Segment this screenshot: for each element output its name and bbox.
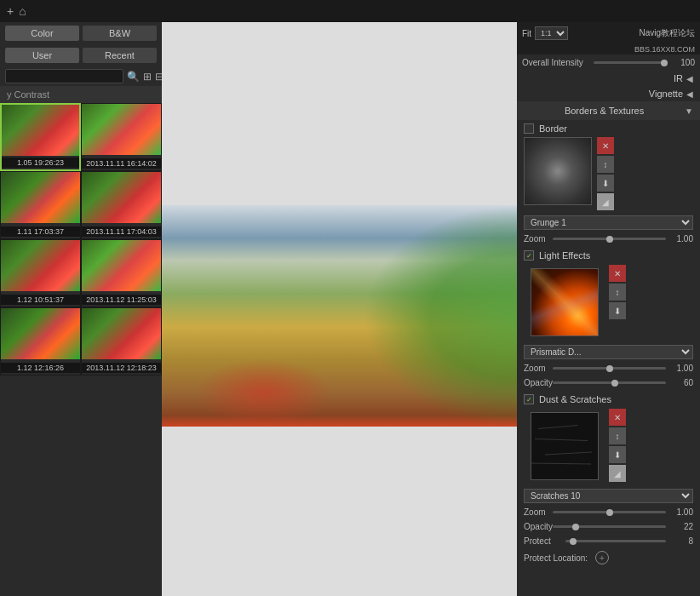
list-item[interactable]: 2013.11.11 16:14:02 — [81, 103, 162, 171]
protect-location-label: Protect Location: — [524, 553, 592, 563]
border-checkbox[interactable] — [524, 123, 534, 134]
dust-scratches-checkbox[interactable] — [524, 394, 534, 404]
light-effects-preview — [531, 268, 599, 336]
light-effects-header[interactable]: Light Effects — [517, 246, 700, 265]
scratch-1 — [538, 425, 578, 429]
thumb-row-1: 1.05 19:26:23 2013.11.11 16:14:02 — [0, 103, 162, 171]
border-zoom-slider[interactable] — [553, 238, 666, 240]
borders-textures-section: Borders & Textures ▼ Border ✕ ↕ ⬇ ◢ — [517, 101, 700, 246]
light-move-down-button[interactable]: ⬇ — [609, 302, 626, 319]
border-preview-wrapper: ✕ ↕ ⬇ ◢ — [517, 137, 700, 214]
list-item[interactable]: 1.11 17:03:37 — [0, 171, 81, 239]
light-zoom-slider[interactable] — [553, 367, 666, 370]
scratch-3 — [545, 451, 592, 455]
bokeh-green-overlay — [364, 205, 517, 427]
borders-textures-header[interactable]: Borders & Textures ▼ — [517, 101, 700, 120]
right-top-bar: Fit 1:1 1:2 Navig教程论坛 — [517, 22, 700, 44]
scratches-move-up-button[interactable]: ↕ — [609, 427, 626, 444]
thumb-image — [2, 105, 79, 156]
thumb-label: 2013.11.11 16:14:02 — [82, 158, 161, 169]
dust-zoom-slider[interactable] — [553, 511, 666, 513]
dust-scratches-header[interactable]: Dust & Scratches — [517, 390, 700, 409]
thumb-row-3: 1.12 10:51:37 2013.11.12 11:25:03 — [0, 239, 162, 307]
light-effects-section: Light Effects ✕ ↕ ⬇ Prismatic D... Zoom — [517, 246, 700, 390]
light-effects-checkbox[interactable] — [524, 250, 534, 261]
light-move-up-button[interactable]: ↕ — [609, 284, 626, 301]
dust-zoom-value: 1.00 — [669, 507, 693, 517]
tab-user[interactable]: User — [5, 48, 79, 63]
vignette-collapse-icon[interactable]: ◀ — [686, 89, 693, 99]
light-zoom-value: 1.00 — [669, 364, 693, 373]
scratches-dropdown[interactable]: Scratches 10 — [524, 489, 693, 503]
border-delete-button[interactable]: ✕ — [597, 137, 614, 154]
light-preview-row: ✕ ↕ ⬇ — [517, 265, 700, 343]
light-delete-button[interactable]: ✕ — [609, 265, 626, 282]
left-panel: Color B&W User Recent 🔍 ⊞ ⊟ y Contrast 1… — [0, 22, 162, 596]
list-item[interactable]: 2013.11.11 17:04:03 — [81, 171, 162, 239]
protect-slider[interactable] — [565, 540, 666, 542]
thumb-label: 1.11 17:03:37 — [1, 226, 80, 237]
scratches-move-down-button[interactable]: ⬇ — [609, 446, 626, 463]
thumb-row-2: 1.11 17:03:37 2013.11.11 17:04:03 — [0, 171, 162, 239]
list-item[interactable]: 1.05 19:26:23 — [0, 103, 81, 171]
protect-location-target[interactable] — [595, 551, 609, 564]
user-recent-tabs: User Recent — [0, 44, 162, 66]
search-input[interactable] — [5, 69, 123, 83]
dust-zoom-row: Zoom 1.00 — [517, 505, 700, 519]
ir-collapse-icon[interactable]: ◀ — [686, 74, 693, 83]
dust-scratches-label: Dust & Scratches — [539, 394, 693, 404]
thumbnails-grid: 1.05 19:26:23 2013.11.11 16:14:02 1.11 1… — [0, 103, 162, 596]
dust-scratches-section: Dust & Scratches ✕ ↕ ⬇ ◢ Scratc — [517, 390, 700, 567]
list-item[interactable]: 2013.11.12 12:18:23 — [81, 307, 162, 375]
tab-bw[interactable]: B&W — [83, 26, 157, 41]
grid-toggle-button[interactable]: ⊞ — [143, 71, 152, 83]
dust-opacity-row: Opacity 22 — [517, 519, 700, 534]
thumb-label: 1.05 19:26:23 — [2, 158, 79, 168]
list-item[interactable]: 1.12 10:51:37 — [0, 239, 81, 307]
thumb-row-4: 1.12 12:16:26 2013.11.12 12:18:23 — [0, 307, 162, 375]
grunge-dropdown-row: Grunge 1 — [517, 214, 700, 232]
thumb-image — [82, 308, 161, 359]
bokeh-red-overlay — [196, 358, 332, 427]
light-opacity-value: 60 — [669, 378, 693, 387]
add-icon[interactable]: + — [7, 4, 14, 18]
thumb-label: 2013.11.12 11:25:03 — [82, 295, 161, 305]
website-label: BBS.16XX8.COM — [517, 44, 700, 54]
dust-opacity-slider[interactable] — [553, 525, 666, 528]
light-opacity-slider[interactable] — [553, 381, 666, 384]
protect-row: Protect 8 — [517, 534, 700, 548]
list-item[interactable]: 1.12 12:16:26 — [0, 307, 81, 375]
border-texture-preview — [524, 137, 592, 205]
border-move-down-button[interactable]: ⬇ — [597, 175, 614, 192]
border-preview-container — [524, 137, 592, 205]
scratches-dropdown-row: Scratches 10 — [517, 487, 700, 505]
ir-row: IR ◀ — [517, 71, 700, 86]
dust-zoom-label: Zoom — [524, 507, 549, 517]
canvas-bottom-white — [162, 427, 517, 596]
grunge-dropdown[interactable]: Grunge 1 — [524, 215, 693, 230]
border-zoom-label: Zoom — [524, 234, 549, 244]
borders-collapse-icon[interactable]: ▼ — [685, 106, 693, 116]
scratches-preview-row: ✕ ↕ ⬇ ◢ — [517, 409, 700, 487]
right-panel: Fit 1:1 1:2 Navig教程论坛 BBS.16XX8.COM Over… — [517, 22, 700, 596]
scratches-side-buttons: ✕ ↕ ⬇ ◢ — [609, 409, 626, 482]
list-item[interactable]: 2013.11.12 11:25:03 — [81, 239, 162, 307]
scratches-delete-button[interactable]: ✕ — [609, 409, 626, 426]
tab-recent[interactable]: Recent — [83, 48, 157, 63]
light-rays-overlay — [531, 269, 598, 335]
fit-controls: Fit 1:1 1:2 — [522, 26, 568, 40]
scratches-diagonal-button[interactable]: ◢ — [609, 465, 626, 482]
thumb-image — [82, 240, 161, 291]
border-diagonal-button[interactable]: ◢ — [597, 193, 614, 210]
fit-select[interactable]: 1:1 1:2 — [535, 26, 568, 40]
tab-color[interactable]: Color — [5, 26, 79, 41]
fit-label: Fit — [522, 29, 531, 38]
color-bw-tabs: Color B&W — [0, 22, 162, 44]
home-icon[interactable]: ⌂ — [19, 4, 26, 18]
overall-intensity-slider[interactable] — [594, 61, 668, 64]
border-move-up-button[interactable]: ↕ — [597, 156, 614, 173]
search-button[interactable]: 🔍 — [127, 71, 140, 83]
prismatic-dropdown[interactable]: Prismatic D... — [524, 345, 693, 359]
dust-opacity-value: 22 — [669, 522, 693, 531]
canvas-top-white — [162, 22, 517, 205]
